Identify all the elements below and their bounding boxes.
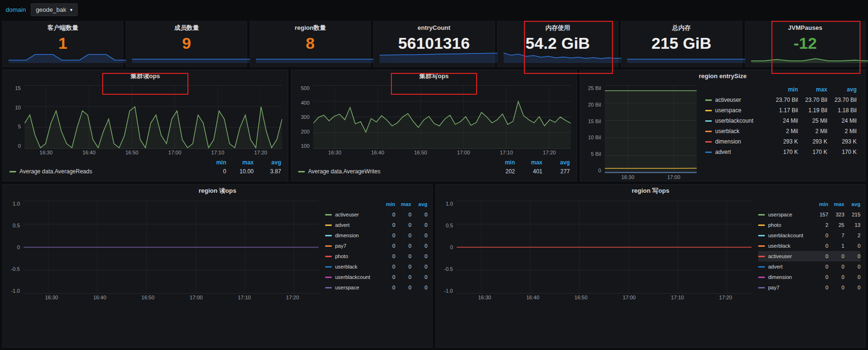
- series-avg: 0: [411, 233, 427, 238]
- panel-title[interactable]: region entrySize: [580, 70, 865, 82]
- series-name: userblackcount: [768, 233, 812, 238]
- series-name: activeuser: [335, 212, 379, 217]
- series-color-dash: [705, 120, 712, 122]
- legend-col-avg[interactable]: avg: [411, 201, 427, 207]
- legend-row[interactable]: pay7 0 0 0: [758, 282, 860, 293]
- legend-col-max[interactable]: max: [226, 159, 254, 166]
- line-chart[interactable]: [457, 201, 752, 294]
- x-tick: 17:10: [220, 295, 268, 300]
- legend-col-max[interactable]: max: [828, 201, 844, 207]
- panel-cluster-read-ops: 集群读ops 151050 16:3016:4016:5017:0017:101…: [2, 70, 288, 181]
- x-tick: 16:40: [356, 150, 399, 155]
- series-min: 0: [379, 212, 395, 217]
- series-name: photo: [768, 222, 812, 228]
- legend-row[interactable]: Average data.AverageWrites 202 401 277: [298, 167, 570, 176]
- legend-row[interactable]: activeuser 23.70 Bil 23.70 Bil 23.70 Bil: [705, 95, 857, 105]
- line-chart[interactable]: [24, 201, 319, 294]
- variable-value: geode_bak: [36, 6, 66, 13]
- panel-title[interactable]: 集群读ops: [3, 70, 288, 82]
- legend-row[interactable]: userblackcount 24 Mil 25 Mil 24 Mil: [705, 116, 857, 126]
- legend-row[interactable]: userspace 1.17 Bil 1.19 Bil 1.18 Bil: [705, 105, 857, 116]
- y-tick: 5: [18, 124, 21, 129]
- legend-col-min[interactable]: min: [812, 201, 828, 207]
- legend-row[interactable]: dimension 0 0 0: [325, 230, 427, 241]
- line-chart[interactable]: [25, 85, 282, 149]
- stat-panel-title[interactable]: 总内存: [621, 22, 741, 34]
- legend: min max avg Average data.AverageWrites 2…: [292, 158, 576, 176]
- stat-panel-title[interactable]: 成员数量: [126, 22, 246, 34]
- series-min: 293 K: [769, 138, 798, 145]
- series-min: 202: [487, 168, 515, 175]
- stat-panel-title[interactable]: 内存使用: [498, 22, 618, 34]
- series-avg: 0: [411, 274, 427, 280]
- x-tick: 16:30: [313, 150, 356, 155]
- y-tick: -1.0: [444, 288, 453, 294]
- legend-col-avg[interactable]: avg: [254, 159, 281, 166]
- series-min: 0: [812, 253, 828, 259]
- middle-row: 集群读ops 151050 16:3016:4016:5017:0017:101…: [2, 70, 866, 181]
- panel-title[interactable]: region 写ops: [436, 185, 865, 197]
- x-tick: 17:00: [172, 295, 220, 300]
- y-tick: 1.0: [13, 201, 20, 206]
- legend-col-min[interactable]: min: [769, 86, 798, 93]
- legend-row[interactable]: activeuser 0 0 0: [758, 251, 860, 261]
- legend-col-max[interactable]: max: [798, 86, 827, 93]
- legend-col-min[interactable]: min: [487, 159, 515, 166]
- x-tick: 17:20: [528, 150, 571, 155]
- legend-row[interactable]: photo 2 25 13: [758, 220, 860, 230]
- legend-row[interactable]: userspace 157 323 215: [758, 209, 860, 220]
- panel-title[interactable]: 集群写ops: [292, 70, 576, 82]
- series-min: 0: [379, 253, 395, 259]
- stat-panel-title[interactable]: region数量: [250, 22, 370, 34]
- x-tick: 17:00: [651, 174, 697, 180]
- line-chart[interactable]: [605, 85, 697, 173]
- variable-dropdown[interactable]: geode_bak ▾: [31, 3, 78, 16]
- legend-col-min[interactable]: min: [379, 201, 395, 207]
- stat-panel: JVMPauses -12: [745, 21, 866, 67]
- stat-panel-title[interactable]: JVMPauses: [745, 22, 865, 34]
- legend-col-avg[interactable]: avg: [844, 201, 860, 207]
- legend-row[interactable]: userspace 0 0 0: [325, 282, 427, 293]
- series-color-dash: [705, 99, 712, 101]
- legend-row[interactable]: photo 0 0 0: [325, 251, 427, 261]
- legend-row[interactable]: userblackcount 0 0 0: [325, 272, 427, 282]
- legend-row[interactable]: pay7 0 0 0: [325, 241, 427, 251]
- series-name: advert: [715, 149, 769, 155]
- series-avg: 3.87: [254, 168, 281, 175]
- legend-col-avg[interactable]: avg: [542, 159, 570, 166]
- legend-row[interactable]: userblack 0 0 0: [325, 261, 427, 272]
- legend-row[interactable]: advert 0 0 0: [758, 261, 860, 272]
- series-color-dash: [758, 256, 765, 257]
- series-color-dash: [325, 266, 332, 268]
- legend-row[interactable]: advert 0 0 0: [325, 220, 427, 230]
- series-color-dash: [9, 171, 16, 172]
- legend-row[interactable]: dimension 0 0 0: [758, 272, 860, 282]
- panel-region-write-ops: region 写ops 1.00.50-0.5-1.0 16:3016:4016…: [435, 184, 866, 348]
- stat-panel: 成员数量 9: [126, 21, 247, 67]
- series-min: 157: [812, 212, 828, 217]
- legend-row[interactable]: activeuser 0 0 0: [325, 209, 427, 220]
- y-tick: -1.0: [11, 288, 20, 294]
- chart-area: 151050: [3, 82, 288, 149]
- series-color-dash: [758, 245, 765, 247]
- series-name: dimension: [715, 138, 769, 145]
- series-name: userblack: [768, 243, 812, 249]
- legend-col-max[interactable]: max: [395, 201, 411, 207]
- legend-row[interactable]: userblackcount 0 7 2: [758, 230, 860, 241]
- panel-title[interactable]: region 读ops: [3, 185, 432, 197]
- legend-row[interactable]: userblack 2 Mil 2 Mil 2 Mil: [705, 126, 857, 136]
- legend-col-min[interactable]: min: [199, 159, 226, 166]
- legend-col-max[interactable]: max: [515, 159, 542, 166]
- stat-panel-title[interactable]: entryCount: [374, 22, 494, 34]
- legend-col-avg[interactable]: avg: [827, 86, 857, 93]
- series-name: userblack: [335, 264, 379, 269]
- legend-row[interactable]: dimension 293 K 293 K 293 K: [705, 136, 857, 147]
- legend-row[interactable]: Average data.AverageReads 0 10.00 3.87: [9, 167, 281, 176]
- y-tick: 0.5: [13, 223, 20, 228]
- series-color-dash: [325, 245, 332, 247]
- line-chart[interactable]: [313, 85, 571, 149]
- stat-panel-title[interactable]: 客户端数量: [3, 22, 123, 34]
- legend-row[interactable]: userblack 0 1 0: [758, 241, 860, 251]
- legend-row[interactable]: advert 170 K 170 K 170 K: [705, 147, 857, 157]
- x-tick: 17:10: [196, 150, 239, 155]
